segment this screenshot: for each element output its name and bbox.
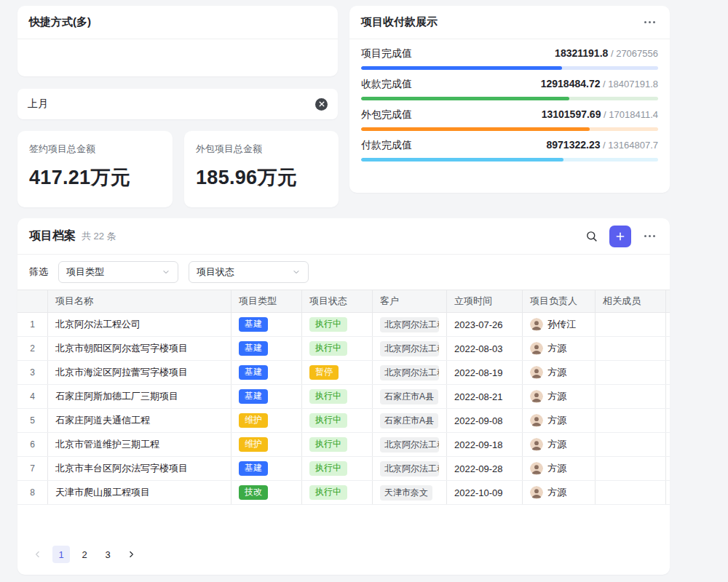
- owner-name: 方源: [547, 438, 566, 451]
- type-tag: 基建: [239, 341, 268, 356]
- search-button[interactable]: [584, 228, 599, 244]
- more-icon[interactable]: [641, 232, 658, 240]
- next-page-button[interactable]: [122, 546, 140, 563]
- column-header: 项目类型: [232, 290, 302, 312]
- table-header: 项目名称项目类型项目状态客户立项时间项目负责人相关成员: [17, 290, 670, 313]
- type-tag: 基建: [239, 389, 268, 404]
- status-tag: 暂停: [309, 365, 339, 380]
- page-button[interactable]: 2: [76, 546, 93, 563]
- customer-tag: 石家庄市A县: [380, 389, 438, 404]
- select-value: 项目状态: [197, 266, 234, 279]
- row-number: 1: [17, 313, 48, 336]
- status-tag: 执行中: [309, 389, 347, 404]
- add-record-button[interactable]: [609, 226, 631, 247]
- progress-values: 13101597.69 / 17018411.4: [542, 108, 658, 121]
- progress-total: / 27067556: [608, 48, 658, 59]
- avatar: [530, 366, 543, 379]
- members-cell: [596, 313, 666, 336]
- type-tag: 维护: [239, 437, 268, 452]
- shortcuts-title: 快捷方式(多): [29, 15, 91, 29]
- project-name: 石家庄阿道夫通信工程: [48, 409, 232, 432]
- date-filter-chip[interactable]: 上月: [17, 89, 338, 119]
- prev-page-button[interactable]: [29, 546, 47, 563]
- status-tag: 执行中: [309, 413, 347, 428]
- progress-value: 18321191.8: [555, 47, 608, 59]
- table-body: 1 北京阿尔法工程公司 基建 执行中 北京阿尔法工程 2023-07-26 孙传…: [17, 313, 670, 505]
- owner-cell: 方源: [530, 342, 566, 355]
- progress-total: / 18407191.8: [600, 79, 658, 89]
- type-tag: 技改: [239, 485, 268, 500]
- progress-label: 收款完成值: [361, 77, 412, 90]
- progress-value: 8971322.23: [547, 139, 601, 151]
- progress-label: 外包完成值: [361, 108, 412, 121]
- project-name: 北京市海淀区阿拉蕾写字楼项目: [48, 361, 232, 384]
- progress-label: 项目完成值: [361, 47, 412, 60]
- more-icon[interactable]: [641, 18, 658, 26]
- customer-tag: 北京阿尔法工程: [380, 317, 439, 332]
- row-number: 4: [17, 385, 48, 408]
- owner-cell: 孙传江: [530, 318, 576, 331]
- project-date: 2022-09-28: [447, 457, 523, 480]
- progress-row: 付款完成值 8971322.23 / 13164807.7: [349, 131, 670, 162]
- members-cell: [596, 433, 666, 456]
- project-date: 2022-08-03: [447, 337, 523, 360]
- project-name: 北京阿尔法工程公司: [48, 313, 232, 336]
- project-date: 2022-09-18: [447, 433, 523, 456]
- progress-label: 付款完成值: [361, 138, 412, 151]
- progress-values: 18321191.8 / 27067556: [555, 47, 658, 60]
- type-tag: 基建: [239, 317, 268, 332]
- project-date: 2022-10-09: [447, 481, 523, 504]
- search-icon: [585, 230, 598, 242]
- table-row[interactable]: 8 天津市爬山服工程项目 技改 执行中 天津市奈文 2022-10-09 方源: [17, 481, 670, 505]
- type-tag: 维护: [239, 413, 268, 428]
- chevron-down-icon: [292, 268, 301, 276]
- row-number: 8: [17, 481, 48, 504]
- page-button[interactable]: 3: [99, 546, 116, 563]
- owner-cell: 方源: [530, 486, 566, 499]
- table-row[interactable]: 4 石家庄阿斯加德工厂三期项目 基建 执行中 石家庄市A县 2022-08-21…: [17, 385, 670, 409]
- type-tag: 基建: [239, 365, 268, 380]
- table-row[interactable]: 1 北京阿尔法工程公司 基建 执行中 北京阿尔法工程 2023-07-26 孙传…: [17, 313, 670, 337]
- project-name: 石家庄阿斯加德工厂三期项目: [48, 385, 232, 408]
- avatar: [530, 318, 543, 331]
- progress-values: 8971322.23 / 13164807.7: [547, 138, 659, 152]
- project-type-select[interactable]: 项目类型: [58, 261, 178, 283]
- table-row[interactable]: 5 石家庄阿道夫通信工程 维护 执行中 石家庄市A县 2022-09-08 方源: [17, 409, 670, 433]
- payments-title: 项目收付款展示: [361, 15, 438, 29]
- project-date: 2022-08-19: [447, 361, 523, 384]
- project-status-select[interactable]: 项目状态: [189, 261, 309, 283]
- avatar: [530, 462, 543, 475]
- progress-value: 13101597.69: [542, 108, 601, 120]
- row-number: 2: [17, 337, 48, 360]
- clear-filter-button[interactable]: [315, 98, 328, 111]
- owner-cell: 方源: [530, 438, 566, 451]
- owner-name: 方源: [547, 414, 566, 427]
- page-buttons: 123: [52, 546, 116, 563]
- progress-rows: 项目完成值 18321191.8 / 27067556 收款完成值 129184…: [349, 39, 670, 162]
- project-date: 2023-07-26: [447, 313, 523, 336]
- close-icon: [319, 101, 325, 107]
- owner-cell: 方源: [530, 414, 566, 427]
- payments-card: 项目收付款展示 项目完成值 18321191.8 / 27067556 收款完成…: [349, 6, 670, 193]
- status-tag: 执行中: [309, 461, 347, 476]
- table-row[interactable]: 2 北京市朝阳区阿尔兹写字楼项目 基建 执行中 北京阿尔法工程 2022-08-…: [17, 337, 670, 361]
- shortcuts-card: 快捷方式(多): [17, 6, 338, 76]
- customer-tag: 天津市奈文: [380, 485, 432, 501]
- page-button[interactable]: 1: [52, 546, 70, 563]
- project-date: 2022-09-08: [447, 409, 523, 432]
- owner-name: 方源: [547, 486, 566, 499]
- progress-value: 12918484.72: [541, 78, 601, 89]
- table-row[interactable]: 3 北京市海淀区阿拉蕾写字楼项目 基建 暂停 北京阿尔法工程 2022-08-1…: [17, 361, 670, 385]
- project-name: 北京市丰台区阿尔法写字楼项目: [48, 457, 232, 480]
- table-title: 项目档案: [29, 228, 76, 244]
- owner-cell: 方源: [530, 462, 566, 475]
- owner-name: 方源: [547, 366, 566, 379]
- progress-row: 项目完成值 18321191.8 / 27067556: [349, 39, 670, 70]
- progress-row: 外包完成值 13101597.69 / 17018411.4: [349, 100, 670, 131]
- row-number: 3: [17, 361, 48, 384]
- table-row[interactable]: 6 北京市管道维护三期工程 维护 执行中 北京阿尔法工程 2022-09-18 …: [17, 433, 670, 457]
- status-tag: 执行中: [309, 317, 347, 332]
- table-row[interactable]: 7 北京市丰台区阿尔法写字楼项目 基建 执行中 北京阿尔法工程 2022-09-…: [17, 457, 670, 481]
- members-cell: [596, 361, 666, 384]
- select-value: 项目类型: [66, 266, 104, 279]
